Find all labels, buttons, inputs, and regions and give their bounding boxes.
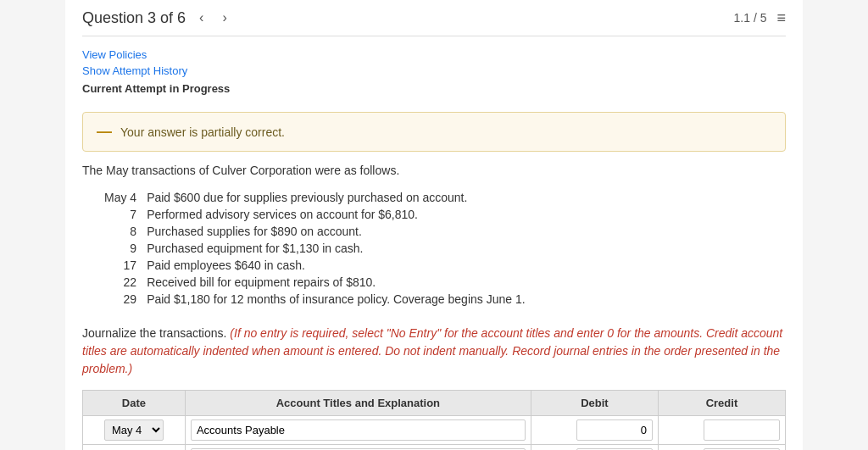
account-input[interactable] xyxy=(191,419,526,441)
partial-correct-banner: — Your answer is partially correct. xyxy=(82,112,786,152)
transaction-row: 29 Paid $1,180 for 12 months of insuranc… xyxy=(99,291,531,308)
transaction-date: 22 xyxy=(99,274,142,291)
header-right: 1.1 / 5 ≡ xyxy=(734,9,786,27)
view-policies-link[interactable]: View Policies xyxy=(82,47,786,63)
instruction-normal: Journalize the transactions. xyxy=(82,326,230,340)
journal-header-row: Date Account Titles and Explanation Debi… xyxy=(83,391,786,416)
transaction-desc: Performed advisory services on account f… xyxy=(142,206,530,223)
header-left: Question 3 of 6 ‹ › xyxy=(82,8,232,27)
transaction-desc: Purchased supplies for $890 on account. xyxy=(142,223,530,240)
transactions-table: May 4 Paid $600 due for supplies previou… xyxy=(99,189,531,308)
col-date: Date xyxy=(83,391,186,416)
transactions-list: May 4 Paid $600 due for supplies previou… xyxy=(99,189,786,308)
transaction-row: 22 Received bill for equipment repairs o… xyxy=(99,274,531,291)
transaction-date: 7 xyxy=(99,206,142,223)
journal-debit-cell[interactable] xyxy=(531,445,658,451)
credit-input[interactable] xyxy=(704,419,780,441)
journal-date-cell xyxy=(83,445,186,451)
transaction-date: 29 xyxy=(99,291,142,308)
banner-dash-icon: — xyxy=(97,123,112,141)
show-attempt-history-link[interactable]: Show Attempt History xyxy=(82,63,786,79)
links-area: View Policies Show Attempt History Curre… xyxy=(82,36,786,100)
transaction-row: 17 Paid employees $640 in cash. xyxy=(99,257,531,274)
transaction-date: 9 xyxy=(99,240,142,257)
transaction-desc: Received bill for equipment repairs of $… xyxy=(142,274,530,291)
journal-row: May 4May 7May 8May 9May 17May 22May 29 xyxy=(83,416,786,445)
question-title: Question 3 of 6 xyxy=(82,9,186,27)
col-credit: Credit xyxy=(658,391,785,416)
transaction-row: May 4 Paid $600 due for supplies previou… xyxy=(99,189,531,206)
journal-debit-cell[interactable] xyxy=(531,416,658,445)
banner-text: Your answer is partially correct. xyxy=(120,125,285,139)
transaction-desc: Paid employees $640 in cash. xyxy=(142,257,530,274)
menu-icon[interactable]: ≡ xyxy=(776,9,786,27)
journal-date-cell[interactable]: May 4May 7May 8May 9May 17May 22May 29 xyxy=(83,416,186,445)
col-account: Account Titles and Explanation xyxy=(185,391,531,416)
journal-table: Date Account Titles and Explanation Debi… xyxy=(82,390,786,450)
journal-row xyxy=(83,445,786,451)
journal-account-cell[interactable] xyxy=(185,445,531,451)
journal-credit-cell[interactable] xyxy=(658,416,785,445)
score-display: 1.1 / 5 xyxy=(734,11,767,25)
col-debit: Debit xyxy=(531,391,658,416)
debit-input[interactable] xyxy=(576,419,653,441)
journal-credit-cell[interactable] xyxy=(658,445,785,451)
transaction-date: 8 xyxy=(99,223,142,240)
question-header: Question 3 of 6 ‹ › 1.1 / 5 ≡ xyxy=(82,0,786,36)
problem-intro: The May transactions of Culver Corporati… xyxy=(82,164,786,177)
transaction-desc: Paid $600 due for supplies previously pu… xyxy=(142,189,530,206)
date-select[interactable]: May 4May 7May 8May 9May 17May 22May 29 xyxy=(104,419,164,441)
current-attempt-label: Current Attempt in Progress xyxy=(82,82,786,95)
instruction-text: Journalize the transactions. (If no entr… xyxy=(82,325,786,378)
transaction-row: 9 Purchased equipment for $1,130 in cash… xyxy=(99,240,531,257)
journal-account-cell[interactable] xyxy=(185,416,531,445)
transaction-date: 17 xyxy=(99,257,142,274)
journal-section: Date Account Titles and Explanation Debi… xyxy=(82,390,786,450)
transaction-row: 7 Performed advisory services on account… xyxy=(99,206,531,223)
next-question-button[interactable]: › xyxy=(217,8,231,27)
transaction-row: 8 Purchased supplies for $890 on account… xyxy=(99,223,531,240)
transaction-date: May 4 xyxy=(99,189,142,206)
transaction-desc: Paid $1,180 for 12 months of insurance p… xyxy=(142,291,530,308)
prev-question-button[interactable]: ‹ xyxy=(194,8,209,27)
transaction-desc: Purchased equipment for $1,130 in cash. xyxy=(142,240,530,257)
